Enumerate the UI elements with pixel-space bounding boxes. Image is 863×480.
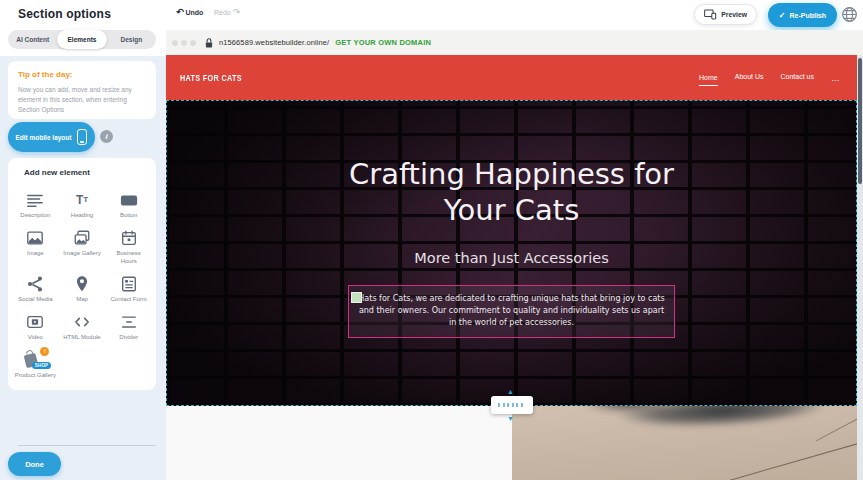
- hero-section[interactable]: Crafting Happiness for Your Cats More th…: [166, 100, 857, 406]
- info-icon[interactable]: i: [100, 130, 113, 143]
- panel-divider: [18, 445, 156, 446]
- element-item-heading[interactable]: TT Heading: [59, 186, 106, 219]
- hero-text-box[interactable]: Hats for Cats, we are dedicated to craft…: [348, 285, 675, 338]
- site-logo[interactable]: HATS FOR CATS: [180, 73, 242, 83]
- site-preview: n1566589.websitebuilder.online/ GET YOUR…: [166, 30, 863, 480]
- edit-mobile-layout-button[interactable]: Edit mobile layout: [8, 122, 95, 152]
- element-grid: Description TT Heading Button Ima: [12, 186, 152, 380]
- element-item-social-media[interactable]: Social Media: [12, 270, 59, 303]
- element-item-divider[interactable]: Divider: [105, 308, 152, 341]
- divider-icon: [120, 313, 138, 331]
- panel-tabs: AI Content Elements Design: [8, 30, 156, 49]
- concrete-image: [512, 406, 857, 480]
- section-resize-handle[interactable]: ▲ ▼: [491, 396, 533, 414]
- premium-badge-icon: !: [40, 347, 49, 356]
- site-viewport: HATS FOR CATS Home About Us Contact us ……: [166, 55, 863, 480]
- element-item-description[interactable]: Description: [12, 186, 59, 219]
- undo-icon: ↶: [176, 7, 184, 17]
- nav-about-us[interactable]: About Us: [735, 73, 764, 82]
- tip-title: Tip of the day:: [18, 70, 73, 79]
- product-gallery-icon: ! SHOP: [23, 351, 47, 369]
- html-module-icon: [73, 313, 91, 331]
- add-element-card: Add new element Description TT Heading: [8, 158, 156, 390]
- element-item-business-hours[interactable]: Business Hours: [105, 224, 152, 265]
- business-hours-icon: [120, 229, 138, 247]
- shop-badge: SHOP: [32, 362, 52, 369]
- hero-body-text: Hats for Cats, we are dedicated to craft…: [358, 294, 664, 328]
- nav-contact-us[interactable]: Contact us: [781, 73, 814, 82]
- hero-heading[interactable]: Crafting Happiness for Your Cats: [317, 156, 707, 229]
- social-media-icon: [26, 275, 44, 293]
- page-title: Section options: [18, 7, 111, 21]
- app-window: Section options AI Content Elements Desi…: [0, 0, 863, 480]
- element-item-video[interactable]: Video: [12, 308, 59, 341]
- edit-mobile-layout-label: Edit mobile layout: [16, 134, 72, 141]
- element-item-button[interactable]: Button: [105, 186, 152, 219]
- floor-crack-line: [715, 440, 857, 480]
- editor-topbar: ↶ Undo Redo ↷ Preview ✓ Re-Publish: [166, 0, 863, 30]
- nav-home[interactable]: Home: [699, 74, 718, 86]
- redo-icon: ↷: [233, 7, 241, 17]
- check-icon: ✓: [779, 11, 786, 20]
- scrollbar-thumb[interactable]: [858, 58, 862, 184]
- resize-down-arrow-icon: ▼: [507, 415, 514, 422]
- redo-button[interactable]: Redo ↷: [214, 7, 240, 17]
- hero-subheading[interactable]: More than Just Accessories: [166, 250, 857, 266]
- devices-icon: [704, 9, 717, 20]
- resize-grip-icon: [498, 403, 526, 407]
- element-item-image[interactable]: Image: [12, 224, 59, 265]
- video-icon: [26, 313, 44, 331]
- tip-body: Now you can add, move and resize any ele…: [18, 85, 146, 114]
- element-item-image-gallery[interactable]: Image Gallery: [59, 224, 106, 265]
- element-drag-handle[interactable]: [351, 292, 362, 303]
- tip-of-the-day-card: Tip of the day: Now you can add, move an…: [8, 61, 156, 119]
- tab-elements[interactable]: Elements: [57, 30, 106, 49]
- preview-button[interactable]: Preview: [694, 4, 757, 25]
- description-icon: [26, 191, 44, 209]
- language-globe-icon[interactable]: [841, 6, 858, 23]
- site-nav: Home About Us Contact us …: [699, 55, 841, 100]
- lock-icon: [204, 37, 214, 49]
- preview-scrollbar: [857, 55, 863, 480]
- tab-design[interactable]: Design: [107, 30, 156, 49]
- element-item-contact-form[interactable]: Contact Form: [105, 270, 152, 303]
- nav-more-icon[interactable]: …: [831, 73, 841, 83]
- element-item-html-module[interactable]: HTML Module: [59, 308, 106, 341]
- undo-button[interactable]: ↶ Undo: [176, 7, 203, 17]
- element-item-product-gallery[interactable]: ! SHOP Product Gallery: [12, 346, 59, 379]
- republish-button[interactable]: ✓ Re-Publish: [768, 3, 837, 27]
- done-button[interactable]: Done: [8, 452, 61, 476]
- browser-bar: n1566589.websitebuilder.online/ GET YOUR…: [166, 30, 863, 55]
- panel-header: Section options AI Content Elements Desi…: [0, 0, 166, 56]
- site-header: HATS FOR CATS Home About Us Contact us …: [166, 55, 857, 100]
- phone-icon: [77, 129, 87, 145]
- button-icon: [120, 191, 138, 209]
- heading-icon: TT: [76, 191, 88, 209]
- site-url: n1566589.websitebuilder.online/: [219, 38, 329, 47]
- browser-dots-icon: [172, 40, 196, 46]
- get-domain-link[interactable]: GET YOUR OWN DOMAIN: [335, 38, 431, 47]
- add-element-title: Add new element: [24, 168, 90, 177]
- image-icon: [26, 229, 44, 247]
- tab-ai-content[interactable]: AI Content: [8, 30, 57, 49]
- image-gallery-icon: [73, 229, 91, 247]
- resize-up-arrow-icon: ▲: [507, 388, 514, 395]
- contact-form-icon: [120, 275, 138, 293]
- cat-shadow-small: [582, 406, 672, 414]
- section-options-panel: Section options AI Content Elements Desi…: [0, 0, 166, 480]
- map-pin-icon: [73, 275, 91, 293]
- element-item-map[interactable]: Map: [59, 270, 106, 303]
